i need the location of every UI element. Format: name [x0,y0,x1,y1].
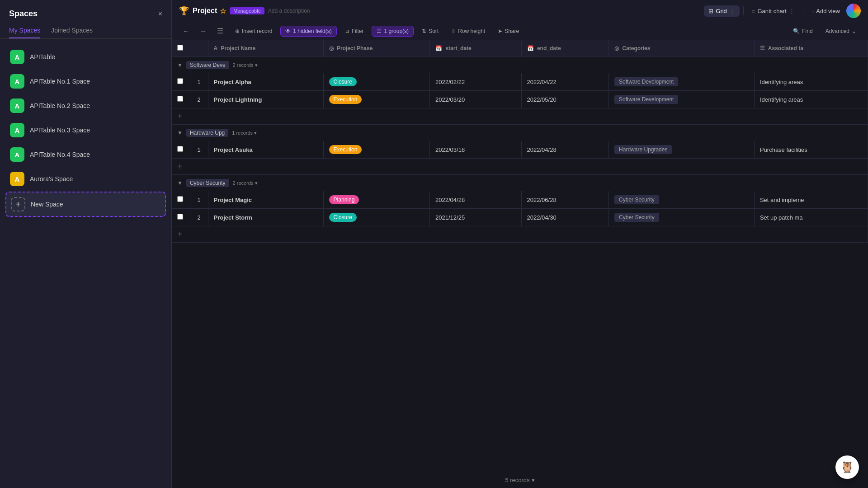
back-button[interactable]: ← [179,26,193,37]
footer-record-count: 5 records [505,477,529,483]
project-title-text: Project [193,7,217,15]
tab-my-spaces[interactable]: My Spaces [9,23,40,38]
row-number: 1 [190,73,208,91]
insert-record-button[interactable]: ⊕ Insert record [231,26,277,36]
th-associated-ta: ☰ Associated ta [754,40,868,57]
footer-chevron-icon[interactable]: ▾ [532,477,535,483]
row-number: 2 [190,209,208,226]
new-space-item[interactable]: + New Space [5,192,166,217]
row-checkbox[interactable] [177,78,183,84]
table-area: A Project Name ◎ Project Phase 📅 start_d… [172,40,868,472]
group-record-count[interactable]: 2 records ▾ [233,62,258,68]
add-record-cell[interactable]: + [172,226,868,243]
sidebar-item-apitable-no3[interactable]: A APITable No.3 Space [5,118,166,142]
add-row-software-dev[interactable]: + [172,108,868,125]
row-checkbox[interactable] [177,196,183,202]
support-icon: 🦉 [840,461,854,474]
categories-cell: Cyber Security [609,191,755,209]
category-tag: Cyber Security [614,195,659,204]
tab-joined-spaces[interactable]: Joined Spaces [51,23,93,38]
group-record-count[interactable]: 2 records ▾ [233,180,258,186]
space-name: APITable No.4 Space [30,151,90,158]
category-tag: Hardware Upgrades [614,145,672,154]
sort-button[interactable]: ⇅ Sort [417,26,443,36]
row-checkbox[interactable] [177,214,183,220]
add-record-cell[interactable]: + [172,159,868,175]
phase-badge: Execution [329,95,362,104]
group-button[interactable]: ☰ 1 group(s) [372,26,414,37]
group-header-cell: ▼ Software Deve 2 records ▾ [172,57,868,74]
sidebar-item-aurora[interactable]: A Aurora's Space [5,167,166,191]
phase-badge: Execution [329,145,362,154]
group-label: 1 group(s) [384,28,409,34]
grid-icon: ⊞ [708,8,713,14]
space-avatar: A [10,99,24,113]
group-category-label: Cyber Security [186,179,229,187]
select-all-checkbox[interactable] [177,45,183,51]
col-start-date: start_date [445,45,471,52]
associated-cell: Identifying areas [754,73,868,91]
sidebar-close-button[interactable]: × [158,10,162,18]
grid-view-button[interactable]: ⊞ Grid ⋮ [704,5,740,17]
share-button[interactable]: ➤ Share [493,26,524,36]
end-date-cell: 2022/04/22 [521,73,609,91]
toolbar: ← → ☰ ⊕ Insert record 👁 1 hidden field(s… [172,22,868,40]
chevron-down-icon: ⌄ [852,28,856,34]
row-checkbox[interactable] [177,146,183,152]
table-row[interactable]: 1 Project Asuka Execution 2022/03/18 202… [172,141,868,159]
add-row-cyber-security[interactable]: + [172,226,868,243]
space-avatar: A [10,50,24,64]
forward-button[interactable]: → [196,26,210,37]
gantt-view-button[interactable]: ≡ Gantt chart ⋮ [747,5,799,17]
row-checkbox-cell [172,73,190,91]
advanced-button[interactable]: Advanced ⌄ [821,26,861,36]
table-row[interactable]: 1 Project Magic Planning 2022/04/28 2022… [172,191,868,209]
group-category-label: Software Deve [186,61,229,69]
hidden-fields-label: 1 hidden field(s) [293,28,331,34]
categories-cell: Cyber Security [609,209,755,226]
project-title: Project ☆ [193,7,226,15]
row-checkbox[interactable] [177,96,183,102]
project-phase-cell: Execution [323,141,429,159]
end-date-cell: 2022/04/30 [521,209,609,226]
group-chevron-icon[interactable]: ▼ [177,130,183,136]
view-divider [743,6,744,15]
associated-cell: Identifying areas [754,91,868,108]
sidebar-item-apitable[interactable]: A APITable [5,45,166,69]
gantt-icon: ≡ [752,8,755,14]
hidden-fields-button[interactable]: 👁 1 hidden field(s) [280,26,336,37]
filter-button[interactable]: ⊿ Filter [340,26,368,36]
project-phase-cell: Execution [323,91,429,108]
associated-cell: Set and impleme [754,191,868,209]
search-icon: 🔍 [793,28,800,34]
sidebar-item-apitable-no4[interactable]: A APITable No.4 Space [5,143,166,166]
add-view-button[interactable]: + Add view [807,5,844,17]
sidebar-item-apitable-no1[interactable]: A APITable No.1 Space [5,70,166,93]
add-description[interactable]: Add a description [268,8,310,14]
gantt-view-label: Gantt chart [757,8,786,14]
star-icon[interactable]: ☆ [220,7,226,15]
group-chevron-icon[interactable]: ▼ [177,180,183,186]
table-row[interactable]: 1 Project Alpha Closure 2022/02/22 2022/… [172,73,868,91]
advanced-label: Advanced [826,28,849,34]
row-checkbox-cell [172,209,190,226]
group-record-count[interactable]: 1 records ▾ [232,130,257,136]
th-categories: ◎ Categories [609,40,755,57]
th-row-num [190,40,208,57]
collapse-sidebar-button[interactable]: ☰ [213,25,227,37]
support-fab[interactable]: 🦉 [835,455,859,479]
project-phase-cell: Planning [323,191,429,209]
table-row[interactable]: 2 Project Lightning Execution 2022/03/20… [172,91,868,108]
table-row[interactable]: 2 Project Storm Closure 2021/12/25 2022/… [172,209,868,226]
add-record-cell[interactable]: + [172,108,868,125]
gantt-more-icon[interactable]: ⋮ [789,8,795,14]
group-chevron-icon[interactable]: ▼ [177,62,183,68]
end-date-cell: 2022/04/28 [521,141,609,159]
space-name: APITable No.3 Space [30,127,90,134]
sidebar-item-apitable-no2[interactable]: A APITable No.2 Space [5,94,166,117]
grid-more-icon[interactable]: ⋮ [729,8,735,14]
add-row-hardware-upg[interactable]: + [172,159,868,175]
start-date-cell: 2022/02/22 [430,73,522,91]
row-height-button[interactable]: ⇳ Row height [447,26,490,36]
find-button[interactable]: 🔍 Find [788,26,817,36]
